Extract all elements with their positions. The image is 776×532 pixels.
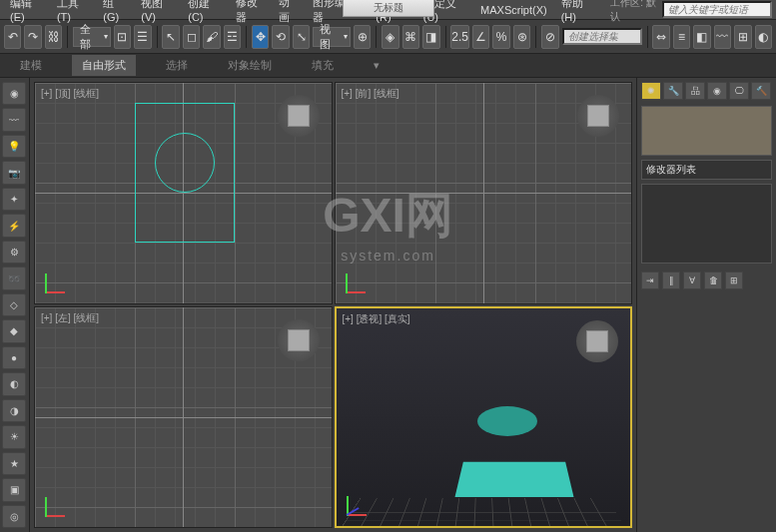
viewcube-left[interactable] — [278, 319, 320, 361]
modifier-stack[interactable] — [641, 184, 772, 264]
named-button[interactable]: ◨ — [422, 25, 439, 49]
search-input[interactable] — [662, 1, 772, 18]
selection-set-input[interactable] — [562, 28, 642, 45]
tab-object-paint[interactable]: 对象绘制 — [218, 55, 282, 76]
viewport-top[interactable]: [+] [顶] [线框] — [34, 82, 333, 304]
percent-snap-button[interactable]: % — [492, 25, 509, 49]
menu-edit[interactable]: 编辑(E) — [4, 0, 49, 25]
main-toolbar: ↶ ↷ ⛓ 全部 ⊡ ☰ ↖ ◻ 🖌 ☲ ✥ ⟲ ⤡ 视图 ⊕ ◈ ⌘ ◨ 2.… — [0, 20, 776, 54]
layers-button[interactable]: ◧ — [693, 25, 710, 49]
workspace-label: 工作区: 默认 — [610, 0, 660, 24]
tool-2-icon[interactable]: ◆ — [2, 319, 26, 342]
edit-named-button[interactable]: ⊘ — [541, 25, 558, 49]
left-toolbar: ◉ 〰 💡 📷 ✦ ⚡ ⚙ ➿ ◇ ◆ ● ◐ ◑ ☀ ★ ▣ ◎ — [0, 78, 30, 532]
viewcube-front[interactable] — [577, 95, 619, 137]
tool-4-icon[interactable]: ◐ — [2, 372, 26, 395]
tool-9-icon[interactable]: ◎ — [2, 505, 26, 528]
selection-filter-dropdown[interactable]: 全部 — [73, 27, 110, 47]
axis-gizmo-icon — [45, 487, 75, 517]
panel-tab-utilities-icon[interactable]: 🔨 — [751, 82, 771, 100]
make-unique-icon[interactable]: ∀ — [683, 271, 701, 289]
tool-8-icon[interactable]: ▣ — [2, 478, 26, 501]
viewport-persp-label[interactable]: [+] [透视] [真实] — [343, 312, 410, 326]
menu-group[interactable]: 组(G) — [97, 0, 133, 25]
scale-button[interactable]: ⤡ — [293, 25, 310, 49]
create-shape-icon[interactable]: 〰 — [2, 108, 26, 131]
viewcube-top[interactable] — [278, 95, 320, 137]
create-light-icon[interactable]: 💡 — [2, 135, 26, 158]
select-region-button[interactable]: ◻ — [183, 25, 200, 49]
tool-1-icon[interactable]: ◇ — [2, 293, 26, 316]
create-geometry-icon[interactable]: ◉ — [2, 82, 26, 105]
keyboard-button[interactable]: ⌘ — [402, 25, 419, 49]
menu-help[interactable]: 帮助(H) — [555, 0, 600, 25]
viewport-front[interactable]: [+] [前] [线框] — [335, 82, 633, 304]
tool-7-icon[interactable]: ★ — [2, 452, 26, 475]
modifier-list-dropdown[interactable]: 修改器列表 — [641, 160, 772, 180]
panel-tab-motion-icon[interactable]: ◉ — [707, 82, 727, 100]
tab-freeform[interactable]: 自由形式 — [72, 55, 136, 76]
viewport-top-label[interactable]: [+] [顶] [线框] — [41, 87, 99, 101]
rectangle-3d-object[interactable] — [455, 462, 574, 497]
select-name-button[interactable]: ☲ — [224, 25, 241, 49]
tool-5-icon[interactable]: ◑ — [2, 399, 26, 422]
tab-selection[interactable]: 选择 — [156, 55, 198, 76]
schematic-button[interactable]: ⊞ — [734, 25, 751, 49]
ref-coord-dropdown[interactable]: 视图 — [313, 27, 350, 47]
tool-6-icon[interactable]: ☀ — [2, 425, 26, 448]
mirror-button[interactable]: ⇔ — [652, 25, 669, 49]
tool-0-icon[interactable]: ➿ — [2, 266, 26, 289]
panel-tab-create-icon[interactable]: ✺ — [641, 82, 661, 100]
tab-modeling[interactable]: 建模 — [10, 55, 52, 76]
menu-create[interactable]: 创建(C) — [182, 0, 227, 25]
show-end-result-icon[interactable]: ‖ — [662, 271, 680, 289]
axis-gizmo-icon — [347, 486, 377, 516]
window-title: 无标题 — [343, 0, 434, 17]
create-system-icon[interactable]: ⚙ — [2, 241, 26, 264]
ribbon-dropdown-icon[interactable]: ▾ — [364, 56, 389, 75]
panel-tab-display-icon[interactable]: 🖵 — [729, 82, 749, 100]
viewport-perspective[interactable]: [+] [透视] [真实] — [335, 306, 633, 529]
undo-button[interactable]: ↶ — [4, 25, 21, 49]
menu-modifiers[interactable]: 修改器 — [230, 0, 272, 27]
menu-animation[interactable]: 动画 — [273, 0, 305, 27]
create-helper-icon[interactable]: ✦ — [2, 188, 26, 211]
configure-sets-icon[interactable]: ⊞ — [725, 271, 743, 289]
rotate-button[interactable]: ⟲ — [272, 25, 289, 49]
viewport-front-label[interactable]: [+] [前] [线框] — [342, 87, 399, 101]
manipulate-button[interactable]: ◈ — [382, 25, 398, 49]
angle-snap-button[interactable]: ∠ — [472, 25, 489, 49]
menu-maxscript[interactable]: MAXScript(X) — [474, 2, 553, 18]
window-button[interactable]: ☰ — [134, 25, 151, 49]
panel-tab-modify-icon[interactable]: 🔧 — [663, 82, 683, 100]
align-button[interactable]: ≡ — [673, 25, 690, 49]
command-panel-tabs: ✺ 🔧 品 ◉ 🖵 🔨 — [641, 82, 772, 100]
ribbon-bar: 建模 自由形式 选择 对象绘制 填充 ▾ — [0, 54, 776, 78]
circle-3d-object[interactable] — [477, 406, 537, 436]
redo-button[interactable]: ↷ — [24, 25, 41, 49]
circle-object[interactable] — [155, 133, 215, 193]
object-color-swatch[interactable] — [641, 106, 772, 156]
create-camera-icon[interactable]: 📷 — [2, 161, 26, 184]
viewport-left[interactable]: [+] [左] [线框] — [34, 306, 333, 529]
tool-3-icon[interactable]: ● — [2, 346, 26, 369]
viewcube-persp[interactable] — [576, 320, 618, 362]
material-button[interactable]: ◐ — [755, 25, 772, 49]
crossing-button[interactable]: ⊡ — [114, 25, 131, 49]
select-cursor-button[interactable]: ↖ — [162, 25, 179, 49]
tab-populate[interactable]: 填充 — [302, 55, 344, 76]
curve-editor-button[interactable]: 〰 — [714, 25, 731, 49]
menu-views[interactable]: 视图(V) — [135, 0, 180, 25]
remove-modifier-icon[interactable]: 🗑 — [704, 271, 722, 289]
spinner-snap-button[interactable]: ⊛ — [513, 25, 530, 49]
viewport-left-label[interactable]: [+] [左] [线框] — [41, 311, 99, 325]
panel-tab-hierarchy-icon[interactable]: 品 — [685, 82, 705, 100]
pivot-button[interactable]: ⊕ — [354, 25, 371, 49]
create-spacewarp-icon[interactable]: ⚡ — [2, 214, 26, 237]
snap-toggle-button[interactable]: 2.5 — [450, 25, 469, 49]
paint-select-button[interactable]: 🖌 — [203, 25, 220, 49]
link-button[interactable]: ⛓ — [45, 25, 62, 49]
pin-stack-icon[interactable]: ⇥ — [641, 271, 659, 289]
move-button[interactable]: ✥ — [252, 25, 269, 49]
viewport-container: [+] [顶] [线框] [+] [前] [线框] — [30, 78, 636, 532]
